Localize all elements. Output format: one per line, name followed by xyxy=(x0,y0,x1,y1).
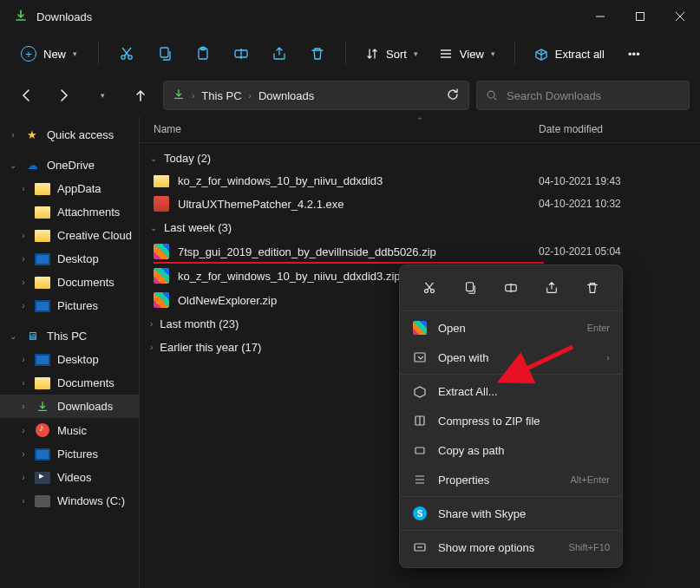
downloads-icon xyxy=(173,88,185,103)
svg-rect-12 xyxy=(415,353,425,362)
sidebar-item-desktop[interactable]: ›Desktop xyxy=(0,247,139,271)
file-row[interactable]: UltraUXThemePatcher_4.2.1.exe04-10-2021 … xyxy=(140,192,700,216)
extract-icon xyxy=(534,47,548,61)
sidebar-item-tp-music[interactable]: ›Music xyxy=(0,418,139,442)
group-last-week[interactable]: ⌄Last week (3) xyxy=(140,216,700,239)
chevron-down-icon: ▾ xyxy=(491,49,495,58)
sidebar-item-tp-documents[interactable]: ›Documents xyxy=(0,371,139,395)
column-name[interactable]: Name xyxy=(154,123,539,135)
forward-button[interactable] xyxy=(49,80,80,111)
up-button[interactable] xyxy=(125,80,156,111)
back-button[interactable] xyxy=(10,80,42,111)
sidebar-item-onedrive[interactable]: ⌄☁OneDrive xyxy=(0,154,139,177)
sidebar-item-appdata[interactable]: ›AppData xyxy=(0,177,139,200)
copy-button[interactable] xyxy=(147,38,182,69)
pictures-icon xyxy=(35,448,50,461)
ctx-copy-path[interactable]: Copy as path xyxy=(400,435,622,465)
sidebar: ›★Quick access ⌄☁OneDrive ›AppData Attac… xyxy=(0,116,139,588)
extract-icon xyxy=(412,384,428,398)
column-date[interactable]: Date modified xyxy=(539,123,686,135)
sidebar-item-tp-desktop[interactable]: ›Desktop xyxy=(0,348,139,371)
svg-rect-14 xyxy=(415,448,424,454)
sidebar-item-creative-cloud[interactable]: ›Creative Cloud xyxy=(0,224,139,247)
chevron-down-icon: ⌄ xyxy=(150,154,157,163)
delete-button[interactable] xyxy=(300,38,335,69)
folder-icon xyxy=(35,183,50,195)
plus-icon: + xyxy=(21,46,36,62)
share-button[interactable] xyxy=(262,38,297,69)
sort-button[interactable]: Sort ▾ xyxy=(357,42,427,66)
sidebar-item-this-pc[interactable]: ⌄🖥This PC xyxy=(0,324,139,348)
sidebar-item-tp-windows-c[interactable]: ›Windows (C:) xyxy=(0,489,139,513)
properties-icon xyxy=(412,473,428,487)
search-icon xyxy=(486,89,498,101)
cut-button[interactable] xyxy=(109,38,144,69)
group-today[interactable]: ⌄Today (2) xyxy=(140,147,700,170)
file-row-selected[interactable]: 7tsp_gui_2019_edition_by_devillnside_ddb… xyxy=(140,239,700,264)
breadcrumb-root[interactable]: This PC xyxy=(201,89,241,102)
chevron-down-icon: ▾ xyxy=(73,49,77,58)
extract-all-button[interactable]: Extract all xyxy=(526,42,613,66)
svg-rect-0 xyxy=(637,13,644,21)
zip-icon xyxy=(154,292,169,308)
sort-icon xyxy=(365,47,379,61)
ctx-cut-button[interactable] xyxy=(415,274,444,302)
ctx-compress[interactable]: Compress to ZIP file xyxy=(400,406,622,435)
minimize-button[interactable] xyxy=(580,0,620,33)
ctx-copy-button[interactable] xyxy=(455,274,485,302)
skype-icon: S xyxy=(412,506,428,520)
pictures-icon xyxy=(35,300,50,312)
downloads-icon xyxy=(35,401,50,413)
sidebar-item-tp-pictures[interactable]: ›Pictures xyxy=(0,442,139,466)
sidebar-item-tp-downloads[interactable]: ›Downloads xyxy=(0,395,139,418)
open-icon xyxy=(412,321,428,335)
new-label: New xyxy=(43,48,66,61)
history-button[interactable]: ▾ xyxy=(87,80,118,111)
ctx-rename-button[interactable] xyxy=(496,274,526,302)
chevron-down-icon: ⌄ xyxy=(150,223,157,232)
pc-icon: 🖥 xyxy=(24,330,40,343)
ctx-show-more[interactable]: Show more optionsShift+F10 xyxy=(400,532,622,562)
star-icon: ★ xyxy=(24,128,40,141)
new-button[interactable]: + New ▾ xyxy=(10,41,88,67)
window-title: Downloads xyxy=(36,10,92,23)
view-icon xyxy=(439,47,453,61)
ctx-delete-button[interactable] xyxy=(578,274,607,302)
breadcrumb-current[interactable]: Downloads xyxy=(258,89,314,102)
ctx-extract-all[interactable]: Extract All... xyxy=(400,376,622,406)
sidebar-item-pictures[interactable]: ›Pictures xyxy=(0,294,139,317)
ctx-share-button[interactable] xyxy=(537,274,566,302)
svg-point-7 xyxy=(487,91,494,98)
folder-icon xyxy=(35,377,50,389)
music-icon xyxy=(35,423,50,437)
ctx-open[interactable]: OpenEnter xyxy=(400,313,622,343)
rename-button[interactable] xyxy=(224,38,258,69)
separator xyxy=(514,42,515,66)
zip-icon xyxy=(154,244,169,259)
breadcrumb[interactable]: › This PC › Downloads xyxy=(163,81,469,110)
sidebar-item-tp-videos[interactable]: ›Videos xyxy=(0,466,139,489)
svg-rect-3 xyxy=(160,48,168,57)
chevron-right-icon: › xyxy=(150,343,153,352)
sidebar-item-documents[interactable]: ›Documents xyxy=(0,271,139,294)
cloud-icon: ☁ xyxy=(24,159,40,172)
search-input[interactable]: Search Downloads xyxy=(476,81,690,110)
ctx-share-skype[interactable]: SShare with Skype xyxy=(400,499,622,528)
view-label: View xyxy=(460,48,484,61)
downloads-icon xyxy=(14,9,28,25)
view-button[interactable]: View ▾ xyxy=(430,42,504,66)
separator xyxy=(98,42,99,66)
refresh-button[interactable] xyxy=(446,88,460,104)
desktop-icon xyxy=(35,354,50,366)
folder-icon xyxy=(35,206,50,219)
ctx-properties[interactable]: PropertiesAlt+Enter xyxy=(400,465,622,494)
close-button[interactable] xyxy=(660,0,700,33)
file-row[interactable]: ko_z_for_windows_10_by_niivu_ddxdid304-1… xyxy=(140,170,700,192)
sidebar-item-quick-access[interactable]: ›★Quick access xyxy=(0,123,139,147)
maximize-button[interactable] xyxy=(620,0,660,33)
copy-path-icon xyxy=(412,443,428,457)
more-button[interactable]: ••• xyxy=(617,38,651,69)
sidebar-item-attachments[interactable]: Attachments xyxy=(0,200,139,224)
paste-button[interactable] xyxy=(186,38,220,69)
ctx-open-with[interactable]: Open with› xyxy=(400,343,622,372)
